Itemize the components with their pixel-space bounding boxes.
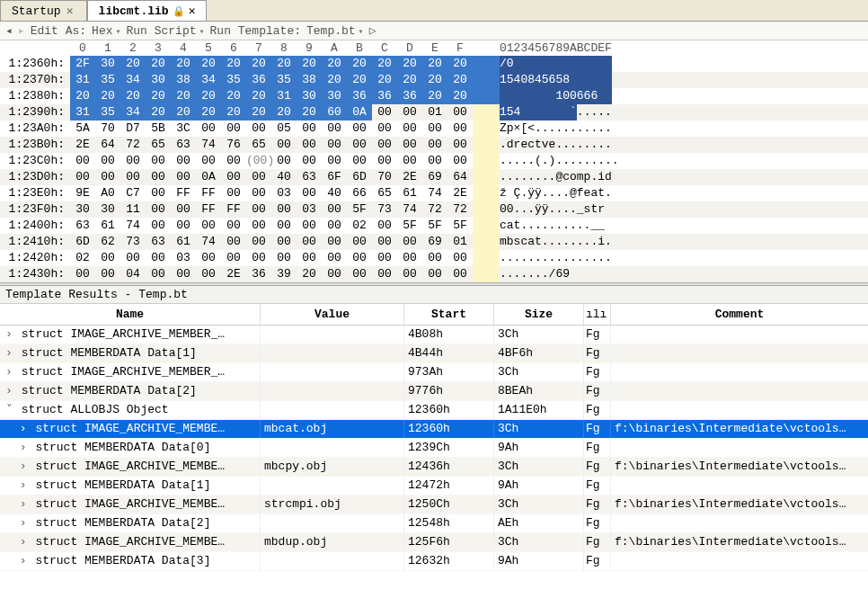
byte-cell[interactable]: 34 <box>120 72 146 88</box>
col-color[interactable]: ılı <box>584 304 611 325</box>
byte-cell[interactable]: 20 <box>70 88 95 104</box>
hex-row[interactable]: 1:2390h:31353420202020202020600A00000100… <box>0 104 868 121</box>
byte-cell[interactable]: 00 <box>120 169 146 185</box>
row-name[interactable]: › struct IMAGE_ARCHIVE_MEMBE… <box>0 458 261 476</box>
col-comment[interactable]: Comment <box>611 304 868 325</box>
byte-cell[interactable]: 00 <box>70 266 95 282</box>
byte-cell[interactable]: 00 <box>372 250 397 266</box>
byte-cell[interactable]: 20 <box>447 72 473 88</box>
byte-cell[interactable]: 00 <box>447 250 473 266</box>
hex-row[interactable]: 1:2400h:636174000000000000000002005F5F5F… <box>0 218 868 234</box>
table-row[interactable]: › struct IMAGE_ARCHIVE_MEMBER_…973Ah3ChF… <box>0 363 868 382</box>
byte-cell[interactable]: 20 <box>422 88 447 104</box>
byte-cell[interactable]: 00 <box>196 153 221 169</box>
byte-cell[interactable]: 00 <box>372 104 397 121</box>
byte-cell[interactable]: 00 <box>347 266 372 282</box>
byte-cell[interactable]: 38 <box>171 72 196 88</box>
byte-cell[interactable]: 20 <box>422 72 447 88</box>
table-row[interactable]: › struct MEMBERDATA Data[2]12548hAEhFg <box>0 514 868 533</box>
byte-cell[interactable]: 00 <box>347 137 372 153</box>
byte-cell[interactable]: 69 <box>422 234 447 250</box>
byte-cell[interactable]: 00 <box>271 234 297 250</box>
chevron-icon[interactable]: › <box>4 326 14 344</box>
row-name[interactable]: › struct MEMBERDATA Data[2] <box>0 514 261 532</box>
byte-cell[interactable]: 03 <box>271 185 297 201</box>
byte-cell[interactable]: 63 <box>297 169 322 185</box>
byte-cell[interactable]: 5B <box>146 121 171 137</box>
tab-libcmt[interactable]: libcmt.lib 🔒 ✕ <box>87 0 208 21</box>
byte-cell[interactable]: 60 <box>322 104 347 121</box>
byte-cell[interactable]: 31 <box>271 88 297 104</box>
byte-cell[interactable]: 61 <box>95 218 120 234</box>
byte-cell[interactable]: 00 <box>120 153 146 169</box>
byte-cell[interactable]: 20 <box>120 56 146 72</box>
table-row[interactable]: › struct IMAGE_ARCHIVE_MEMBE…mbcat.obj12… <box>0 420 868 439</box>
row-name[interactable]: › struct IMAGE_ARCHIVE_MEMBE… <box>0 495 261 513</box>
byte-cell[interactable]: 35 <box>221 72 246 88</box>
byte-cell[interactable]: 6D <box>70 234 95 250</box>
byte-cell[interactable]: 00 <box>246 250 271 266</box>
byte-cell[interactable]: 20 <box>196 104 221 121</box>
byte-cell[interactable]: 00 <box>397 250 422 266</box>
ascii-cell[interactable]: ................ <box>500 250 652 266</box>
byte-cell[interactable]: 00 <box>196 266 221 282</box>
byte-cell[interactable]: 00 <box>322 218 347 234</box>
byte-cell[interactable]: 00 <box>322 250 347 266</box>
byte-cell[interactable]: FF <box>171 185 196 201</box>
byte-cell[interactable]: 39 <box>271 266 297 282</box>
hex-row[interactable]: 1:2380h:20202020202020203130303636362020… <box>0 88 868 104</box>
byte-cell[interactable]: 62 <box>95 234 120 250</box>
byte-cell[interactable]: 00 <box>372 153 397 169</box>
byte-cell[interactable]: 74 <box>397 201 422 218</box>
byte-cell[interactable]: 20 <box>221 104 246 121</box>
byte-cell[interactable]: 30 <box>297 88 322 104</box>
byte-cell[interactable]: 00 <box>246 185 271 201</box>
col-name[interactable]: Name <box>0 304 261 325</box>
byte-cell[interactable]: 65 <box>146 137 171 153</box>
byte-cell[interactable]: 20 <box>347 56 372 72</box>
byte-cell[interactable]: 20 <box>246 104 271 121</box>
byte-cell[interactable]: 63 <box>70 218 95 234</box>
byte-cell[interactable]: 00 <box>297 137 322 153</box>
hex-row[interactable]: 1:2360h:2F302020202020202020202020202020… <box>0 56 868 72</box>
byte-cell[interactable]: 9E <box>70 185 95 201</box>
byte-cell[interactable]: 36 <box>397 88 422 104</box>
table-row[interactable]: › struct MEMBERDATA Data[2]9776h8BEAhFg <box>0 382 868 401</box>
byte-cell[interactable]: 40 <box>271 169 297 185</box>
byte-cell[interactable]: FF <box>196 201 221 218</box>
byte-cell[interactable]: 00 <box>221 234 246 250</box>
byte-cell[interactable]: 35 <box>95 104 120 121</box>
byte-cell[interactable]: 00 <box>246 201 271 218</box>
byte-cell[interactable]: 70 <box>372 169 397 185</box>
byte-cell[interactable]: 00 <box>196 121 221 137</box>
byte-cell[interactable]: 38 <box>297 72 322 88</box>
byte-cell[interactable]: 00 <box>171 201 196 218</box>
ascii-cell[interactable]: ......./69 <box>500 266 652 282</box>
byte-cell[interactable]: 31 <box>70 104 95 121</box>
results-header[interactable]: Name Value Start Size ılı Comment <box>0 304 868 326</box>
chevron-icon[interactable]: › <box>18 439 29 457</box>
chevron-icon[interactable]: › <box>4 344 14 362</box>
byte-cell[interactable]: 00 <box>347 234 372 250</box>
byte-cell[interactable]: 00 <box>322 266 347 282</box>
byte-cell[interactable]: 02 <box>347 218 372 234</box>
byte-cell[interactable]: 72 <box>422 201 447 218</box>
byte-cell[interactable]: 00 <box>246 121 271 137</box>
ascii-cell[interactable]: cat..........__ <box>500 218 652 234</box>
chevron-icon[interactable]: › <box>4 382 14 400</box>
byte-cell[interactable]: 74 <box>120 218 146 234</box>
byte-cell[interactable]: 00 <box>397 104 422 121</box>
byte-cell[interactable]: 20 <box>271 104 297 121</box>
byte-cell[interactable]: 00 <box>297 153 322 169</box>
byte-cell[interactable]: 70 <box>95 121 120 137</box>
byte-cell[interactable]: 20 <box>447 88 473 104</box>
byte-cell[interactable]: 00 <box>271 153 297 169</box>
ascii-cell[interactable]: ........@comp.id <box>500 169 652 185</box>
byte-cell[interactable]: 03 <box>297 201 322 218</box>
byte-cell[interactable]: 30 <box>95 201 120 218</box>
byte-cell[interactable]: 00 <box>95 169 120 185</box>
byte-cell[interactable]: 00 <box>120 250 146 266</box>
byte-cell[interactable]: 36 <box>246 72 271 88</box>
byte-cell[interactable]: 20 <box>221 56 246 72</box>
byte-cell[interactable]: 00 <box>271 137 297 153</box>
